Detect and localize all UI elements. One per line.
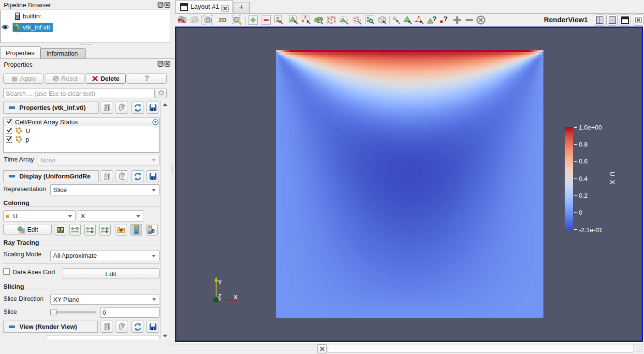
svg-text:0.4: 0.4 [579,175,587,182]
svg-text:e: e [151,227,155,234]
svg-text:0.2: 0.2 [579,192,587,199]
svg-text:c: c [91,229,93,234]
svg-text:0.6: 0.6 [579,158,587,165]
svg-text:0: 0 [579,209,582,216]
svg-text:0.8: 0.8 [579,141,587,148]
svg-text:-2.1e-01: -2.1e-01 [579,226,602,234]
svg-text:2: 2 [59,227,61,232]
svg-text:U X: U X [609,172,616,186]
svg-text:?: ? [443,15,448,23]
svg-text:t: t [106,229,107,234]
svg-text:Y: Y [218,279,222,286]
svg-text:vtk_inf.vti: vtk_inf.vti [23,24,50,31]
svg-text:?: ? [432,15,437,23]
svg-text:1.0e+00: 1.0e+00 [579,124,602,131]
svg-text:builtin:: builtin: [23,13,42,20]
svg-text:Z: Z [218,293,222,300]
svg-text:X: X [234,294,238,301]
